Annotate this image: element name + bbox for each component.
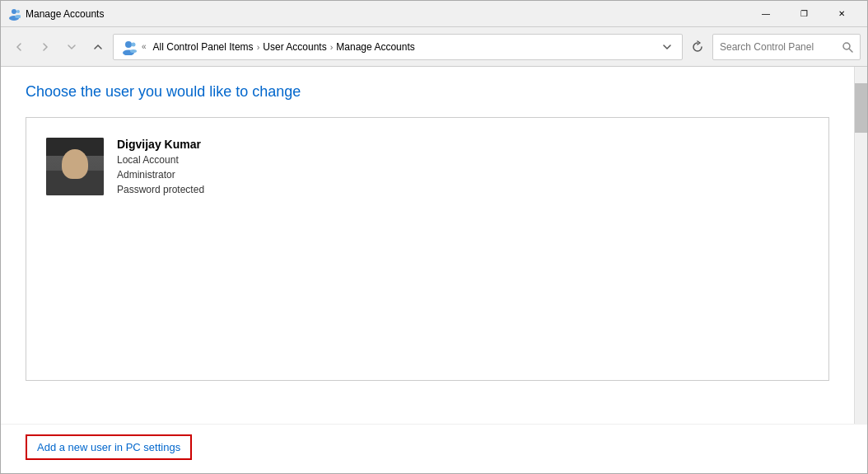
up-button[interactable] (86, 35, 110, 59)
address-bar-icon (120, 39, 137, 55)
maximize-button[interactable]: ❐ (785, 1, 823, 27)
svg-point-8 (843, 43, 850, 49)
search-bar[interactable] (712, 34, 861, 60)
breadcrumb-sep-1: › (257, 42, 260, 52)
title-bar-left: Manage Accounts (7, 7, 104, 21)
back-button[interactable] (7, 35, 30, 59)
user-detail-role: Administrator (117, 169, 204, 181)
breadcrumb-user-accounts[interactable]: User Accounts (263, 41, 326, 53)
chevron-down-icon (67, 42, 77, 52)
window: Manage Accounts — ❐ ✕ (0, 0, 868, 474)
svg-point-0 (12, 9, 16, 14)
breadcrumb-all-control-panel[interactable]: All Control Panel Items (153, 41, 254, 53)
svg-point-2 (16, 10, 20, 13)
avatar-face (46, 138, 104, 195)
search-icon (842, 41, 853, 53)
page-title: Choose the user you would like to change (26, 83, 829, 101)
svg-line-9 (850, 49, 853, 52)
scrollbar-thumb[interactable] (855, 83, 867, 133)
content-area: Choose the user you would like to change (1, 67, 867, 424)
user-list-box: Digvijay Kumar Local Account Administrat… (26, 117, 829, 381)
user-info: Digvijay Kumar Local Account Administrat… (117, 138, 204, 195)
svg-point-6 (132, 42, 136, 46)
title-bar-controls: — ❐ ✕ (747, 1, 861, 27)
search-input[interactable] (720, 41, 842, 53)
user-detail-account-type: Local Account (117, 154, 204, 166)
user-detail-password: Password protected (117, 184, 204, 195)
scrollbar[interactable] (854, 67, 867, 424)
window-title: Manage Accounts (26, 8, 104, 20)
window-icon (7, 7, 21, 21)
forward-button[interactable] (34, 35, 57, 59)
user-item[interactable]: Digvijay Kumar Local Account Administrat… (40, 131, 815, 202)
recent-button[interactable] (60, 35, 83, 59)
close-button[interactable]: ✕ (823, 1, 861, 27)
avatar (46, 138, 104, 195)
refresh-button[interactable] (686, 35, 709, 59)
title-bar: Manage Accounts — ❐ ✕ (1, 1, 867, 27)
minimize-button[interactable]: — (747, 1, 785, 27)
nav-bar: « All Control Panel Items › User Account… (1, 27, 867, 67)
forward-icon (40, 42, 50, 52)
dropdown-arrow-icon (663, 43, 671, 51)
up-icon (93, 42, 103, 52)
avatar-head (62, 149, 88, 179)
address-chevron-icon: « (142, 42, 147, 51)
breadcrumb: All Control Panel Items › User Accounts … (153, 41, 654, 53)
breadcrumb-sep-2: › (330, 42, 334, 52)
breadcrumb-current: Manage Accounts (336, 41, 414, 53)
user-name: Digvijay Kumar (117, 138, 204, 151)
svg-point-4 (125, 41, 132, 48)
add-user-link[interactable]: Add a new user in PC settings (26, 434, 192, 460)
address-bar[interactable]: « All Control Panel Items › User Account… (113, 34, 683, 60)
back-icon (14, 42, 24, 52)
bottom-area: Add a new user in PC settings (1, 424, 867, 473)
svg-point-7 (130, 49, 137, 53)
main-content: Choose the user you would like to change (1, 67, 854, 424)
address-dropdown-button[interactable] (659, 39, 675, 55)
refresh-icon (691, 40, 704, 54)
